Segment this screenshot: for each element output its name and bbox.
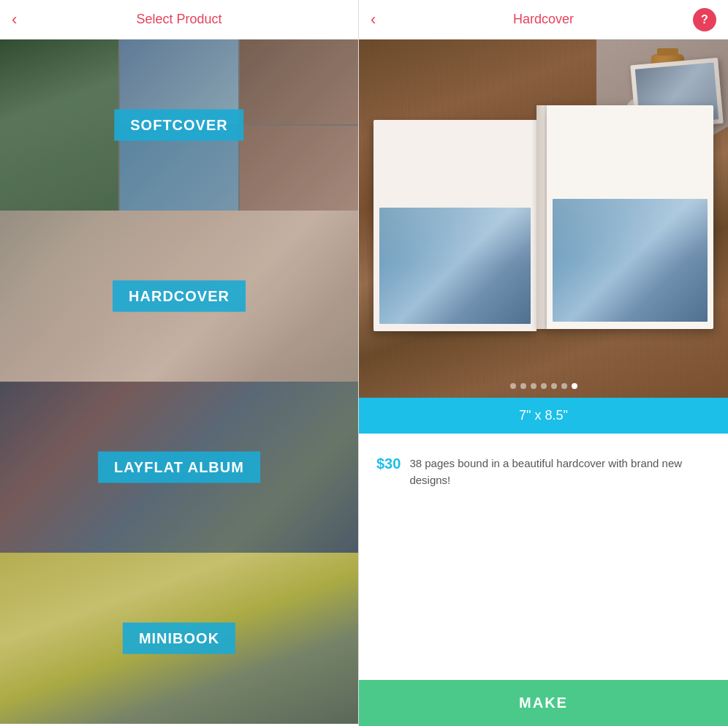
book-scene (359, 39, 728, 398)
right-panel: ‹ Hardcover ? (358, 0, 728, 726)
softcover-label: SOFTCOVER (114, 110, 243, 141)
product-image-area (359, 39, 728, 398)
open-book (374, 105, 713, 354)
left-header: ‹ Select Product (0, 0, 358, 39)
product-description: $30 38 pages bound in a beautiful hardco… (359, 434, 728, 680)
carousel-dot-6[interactable] (561, 383, 567, 389)
carousel-dot-5[interactable] (551, 383, 557, 389)
carousel-dot-3[interactable] (531, 383, 536, 389)
layflat-label: LAYFLAT ALBUM (98, 452, 260, 483)
carousel-dot-1[interactable] (510, 383, 516, 389)
make-button[interactable]: MAKE (359, 680, 728, 726)
right-panel-title: Hardcover (513, 12, 574, 27)
carousel-dot-4[interactable] (541, 383, 547, 389)
left-back-button[interactable]: ‹ (12, 10, 17, 29)
book-right-page (547, 105, 713, 329)
product-list: SOFTCOVER HARDCOVER LAYFLAT ALBUM MINIBO… (0, 39, 358, 726)
product-item-hardcover[interactable]: HARDCOVER (0, 211, 358, 382)
carousel-dots (510, 383, 577, 389)
carousel-dot-7[interactable] (572, 383, 577, 389)
right-header: ‹ Hardcover ? (359, 0, 728, 39)
size-bar: 7" x 8.5" (359, 398, 728, 434)
description-text: 38 pages bound in a beautiful hardcover … (409, 455, 710, 488)
right-page-photo (553, 199, 708, 322)
help-button[interactable]: ? (693, 8, 716, 31)
minibook-label: MINIBOOK (123, 623, 235, 654)
right-back-button[interactable]: ‹ (371, 10, 376, 29)
book-left-page (374, 120, 536, 331)
carousel-dot-2[interactable] (520, 383, 526, 389)
hardcover-label: HARDCOVER (113, 281, 246, 312)
left-page-photo (379, 208, 531, 324)
product-item-minibook[interactable]: MINIBOOK (0, 553, 358, 724)
product-item-layflat[interactable]: LAYFLAT ALBUM (0, 382, 358, 553)
price-tag: $30 (376, 455, 401, 472)
left-panel: ‹ Select Product SOFTCOVER HARDCOVER (0, 0, 358, 726)
left-panel-title: Select Product (136, 12, 221, 27)
product-item-softcover[interactable]: SOFTCOVER (0, 39, 358, 211)
